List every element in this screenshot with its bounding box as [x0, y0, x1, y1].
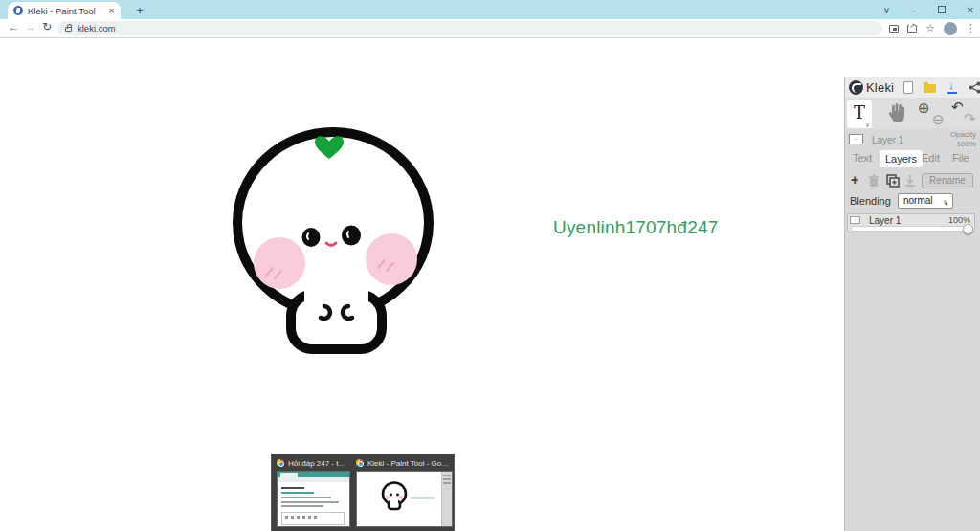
screen: Kleki - Paint Tool ✕ + ∨ – ✕ ← → ↻ kleki…: [0, 0, 980, 531]
add-layer-button[interactable]: +: [851, 173, 858, 187]
bookmark-star-icon[interactable]: ☆: [925, 22, 935, 34]
duplicate-layer-icon[interactable]: [886, 174, 900, 188]
share-icon[interactable]: [969, 81, 980, 94]
minimize-button[interactable]: –: [911, 5, 917, 15]
tab-search-chevron-icon[interactable]: ∨: [883, 5, 890, 15]
window-controls: ∨ – ✕: [883, 0, 974, 19]
preview-title: Kleki - Paint Tool - Google Chro...: [368, 459, 452, 468]
browser-toolbar: ← → ↻ kleki.com ☆ ⋮: [0, 19, 980, 37]
browser-tab-strip: Kleki - Paint Tool ✕ + ∨ – ✕: [0, 0, 980, 19]
character-drawing: [230, 126, 450, 356]
tab-file[interactable]: File: [947, 149, 975, 167]
mini-editor-box: [281, 512, 345, 525]
canvas-text-annotation: Uyenlinh1707hđ247: [553, 217, 718, 238]
kleki-logo-icon: [849, 80, 863, 95]
open-file-icon[interactable]: [924, 84, 936, 93]
paint-canvas[interactable]: Uyenlinh1707hđ247 Hỏi đáp 247 - tran...: [0, 39, 843, 531]
kleki-favicon-icon: [13, 6, 23, 15]
back-button[interactable]: ←: [8, 20, 19, 33]
address-bar[interactable]: kleki.com: [57, 21, 882, 35]
layers-panel: + Rename: [845, 167, 980, 531]
zoom-in-icon[interactable]: ⊕: [918, 100, 930, 115]
toolbar-right-icons: ☆ ⋮: [889, 19, 976, 37]
color-swatch[interactable]: +: [849, 134, 863, 144]
layer-thumbnail: -: [850, 216, 860, 224]
preview-title: Hỏi đáp 247 - tran...: [288, 459, 347, 468]
mini-canvas-text: [411, 497, 435, 499]
tool-row: T ∨ ⊕ ⊖ ↶ ↷: [845, 98, 980, 129]
mini-character: [378, 481, 411, 512]
taskbar-preview-popup: Hỏi đáp 247 - tran...: [271, 454, 455, 531]
maximize-button[interactable]: [938, 6, 946, 13]
new-image-icon[interactable]: [903, 81, 913, 94]
select-chevron-icon: ∨: [943, 196, 948, 210]
layer-list-item[interactable]: - Layer 1 100%: [847, 213, 975, 232]
tab-close-icon[interactable]: ✕: [108, 7, 115, 15]
layer-name: Layer 1: [869, 215, 901, 226]
slider-handle[interactable]: [963, 224, 973, 234]
tab-title: Kleki - Paint Tool: [28, 6, 103, 16]
new-tab-button[interactable]: +: [132, 3, 147, 18]
rename-layer-button[interactable]: Rename: [922, 173, 973, 188]
merge-layer-icon[interactable]: [904, 174, 916, 188]
text-tool-button[interactable]: T ∨: [847, 100, 872, 128]
preview-card[interactable]: Hỏi đáp 247 - tran...: [277, 458, 350, 527]
active-layer-label: Layer 1: [872, 135, 903, 145]
sidebar-tabs: Text Layers Edit File: [845, 149, 980, 167]
tab-edit[interactable]: Edit: [916, 149, 946, 167]
browser-tab[interactable]: Kleki - Paint Tool ✕: [8, 2, 121, 19]
undo-icon[interactable]: ↶: [951, 100, 964, 114]
layer-buttons-row: + Rename: [845, 173, 980, 188]
close-window-button[interactable]: ✕: [967, 5, 974, 15]
menu-kebab-icon[interactable]: ⋮: [966, 22, 976, 34]
opacity-label: Opacity 100%: [950, 130, 976, 148]
preview-thumbnail-webpage[interactable]: [277, 471, 350, 527]
url-text: kleki.com: [78, 23, 116, 33]
chrome-icon: [356, 459, 364, 467]
preview-card[interactable]: Kleki - Paint Tool - Google Chro...: [356, 458, 453, 527]
tab-text[interactable]: Text: [847, 149, 878, 167]
mini-address-bar: [278, 477, 349, 482]
blending-row: Blending normal ∨: [845, 192, 980, 210]
tool-chevron-icon: ∨: [865, 122, 870, 129]
redo-icon[interactable]: ↷: [964, 111, 976, 125]
brand-name: Kleki: [866, 80, 894, 95]
blending-label: Blending: [850, 195, 891, 207]
forward-button[interactable]: →: [25, 20, 36, 33]
reload-button[interactable]: ↻: [42, 20, 52, 33]
lock-icon: [65, 27, 72, 32]
chrome-icon: [277, 459, 284, 467]
layer-opacity-slider[interactable]: [851, 226, 971, 232]
kleki-header: Kleki ?: [845, 77, 980, 98]
mini-sidebar: [441, 472, 452, 526]
save-download-icon[interactable]: [947, 81, 958, 94]
hand-tool-button[interactable]: [887, 102, 906, 123]
share-icon[interactable]: [907, 25, 917, 33]
zoom-out-icon[interactable]: ⊖: [932, 112, 945, 126]
page-content: Uyenlinh1707hđ247 Hỏi đáp 247 - tran...: [0, 37, 980, 531]
kleki-sidebar: Kleki ? T ∨: [844, 77, 980, 531]
delete-layer-icon[interactable]: [868, 174, 880, 188]
install-app-icon[interactable]: [889, 25, 899, 33]
blending-select[interactable]: normal ∨: [898, 193, 953, 209]
profile-avatar[interactable]: [944, 22, 957, 35]
preview-thumbnail-kleki[interactable]: [356, 471, 453, 527]
active-layer-info: + Layer 1 Opacity 100%: [845, 129, 980, 149]
